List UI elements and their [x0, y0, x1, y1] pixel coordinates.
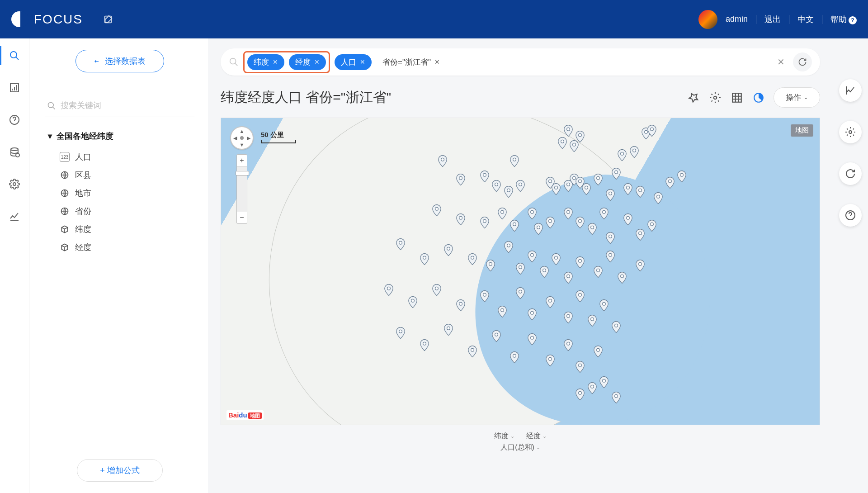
map-marker[interactable]: [582, 183, 591, 195]
map-marker[interactable]: [498, 208, 507, 219]
map-marker[interactable]: [456, 299, 465, 311]
map-marker[interactable]: [528, 251, 537, 262]
map-marker[interactable]: [444, 244, 453, 256]
close-icon[interactable]: ✕: [434, 58, 440, 66]
map-marker[interactable]: [647, 125, 656, 137]
map-marker[interactable]: [552, 253, 561, 265]
nav-dashboard-icon[interactable]: [9, 82, 20, 94]
map-marker[interactable]: [480, 290, 489, 302]
rail-refresh-icon[interactable]: [839, 162, 862, 185]
map-marker[interactable]: [552, 183, 561, 195]
map-marker[interactable]: [564, 339, 573, 351]
map-marker[interactable]: [564, 272, 573, 284]
nav-help-icon[interactable]: [9, 114, 20, 126]
map-marker[interactable]: [528, 308, 537, 320]
map-marker[interactable]: [594, 174, 603, 185]
map-marker[interactable]: [612, 168, 621, 180]
tree-root[interactable]: ▾ 全国各地经纬度: [48, 131, 194, 142]
map-marker[interactable]: [618, 149, 627, 161]
map-marker[interactable]: [492, 330, 501, 342]
map-marker[interactable]: [492, 180, 501, 192]
map-marker[interactable]: [588, 223, 597, 235]
rail-settings-icon[interactable]: [839, 121, 862, 143]
nav-search-icon[interactable]: [9, 50, 20, 62]
map-marker[interactable]: [516, 263, 525, 275]
zoom-in-button[interactable]: +: [237, 155, 247, 166]
map-marker[interactable]: [623, 213, 632, 225]
add-formula-button[interactable]: + 增加公式: [77, 459, 163, 482]
map-marker[interactable]: [528, 333, 537, 345]
map-marker[interactable]: [588, 315, 597, 327]
map-marker[interactable]: [618, 272, 627, 284]
map-marker[interactable]: [636, 260, 645, 271]
map-marker[interactable]: [606, 251, 615, 262]
map-marker[interactable]: [432, 204, 441, 216]
map-marker[interactable]: [665, 177, 675, 189]
map-marker[interactable]: [654, 192, 663, 204]
map-marker[interactable]: [480, 217, 489, 228]
map-marker[interactable]: [456, 213, 465, 225]
map-marker[interactable]: [504, 186, 513, 198]
map-marker[interactable]: [606, 189, 615, 201]
map-marker[interactable]: [576, 389, 585, 400]
map-marker[interactable]: [540, 266, 549, 278]
map-pan-control[interactable]: ▲▼◀▶: [230, 126, 254, 150]
map-marker[interactable]: [504, 241, 513, 253]
zoom-slider[interactable]: [237, 166, 247, 212]
map-marker[interactable]: [564, 125, 573, 137]
field-item[interactable]: 区县: [45, 166, 194, 184]
operations-button[interactable]: 操作⌄: [774, 87, 820, 108]
nav-settings-icon[interactable]: [9, 178, 20, 190]
map-marker[interactable]: [396, 238, 405, 250]
map-marker[interactable]: [510, 220, 519, 232]
zoom-out-button[interactable]: −: [237, 212, 247, 223]
map-marker[interactable]: [576, 290, 585, 302]
field-item[interactable]: 地市: [45, 184, 194, 202]
rail-help-icon[interactable]: [839, 204, 862, 227]
close-icon[interactable]: ✕: [314, 58, 320, 66]
field-item[interactable]: 经度: [45, 238, 194, 256]
field-item[interactable]: 省份: [45, 202, 194, 220]
map-marker[interactable]: [456, 174, 465, 185]
field-item[interactable]: 123人口: [45, 148, 194, 166]
avatar[interactable]: [698, 10, 717, 29]
map-canvas[interactable]: ▲▼◀▶ + − 50 公里 地图 Baidu地图: [221, 118, 820, 425]
chart-view-icon[interactable]: [752, 91, 765, 104]
pin-icon[interactable]: [687, 91, 700, 104]
map-marker[interactable]: [510, 351, 519, 363]
close-icon[interactable]: ✕: [360, 58, 365, 66]
table-view-icon[interactable]: [730, 91, 744, 104]
map-type-badge[interactable]: 地图: [791, 124, 813, 137]
map-marker[interactable]: [570, 140, 579, 152]
settings-icon[interactable]: [708, 91, 722, 104]
map-marker[interactable]: [516, 180, 525, 192]
map-marker[interactable]: [498, 306, 507, 318]
refresh-icon[interactable]: [793, 52, 812, 71]
username[interactable]: admin: [726, 14, 748, 24]
map-marker[interactable]: [546, 217, 555, 228]
nav-data-icon[interactable]: [9, 146, 20, 158]
map-marker[interactable]: [444, 324, 453, 336]
query-pill[interactable]: 纬度✕: [247, 54, 284, 70]
map-marker[interactable]: [546, 355, 555, 366]
map-marker[interactable]: [486, 260, 495, 271]
clear-query-icon[interactable]: ✕: [774, 57, 788, 67]
map-marker[interactable]: [594, 346, 603, 357]
map-marker[interactable]: [623, 183, 632, 195]
map-marker[interactable]: [564, 208, 573, 219]
map-marker[interactable]: [636, 186, 645, 198]
map-marker[interactable]: [599, 376, 609, 388]
map-marker[interactable]: [599, 299, 609, 311]
map-marker[interactable]: [384, 284, 393, 296]
map-marker[interactable]: [420, 339, 429, 351]
map-marker[interactable]: [420, 253, 429, 265]
logout-link[interactable]: 退出: [764, 14, 781, 25]
map-zoom-control[interactable]: + −: [236, 154, 247, 224]
map-marker[interactable]: [396, 327, 405, 339]
legend-item[interactable]: 人口(总和) ⌄: [500, 443, 540, 452]
map-marker[interactable]: [408, 296, 417, 308]
map-marker[interactable]: [594, 266, 603, 278]
map-marker[interactable]: [647, 220, 656, 232]
map-marker[interactable]: [528, 208, 537, 219]
map-marker[interactable]: [599, 208, 609, 219]
